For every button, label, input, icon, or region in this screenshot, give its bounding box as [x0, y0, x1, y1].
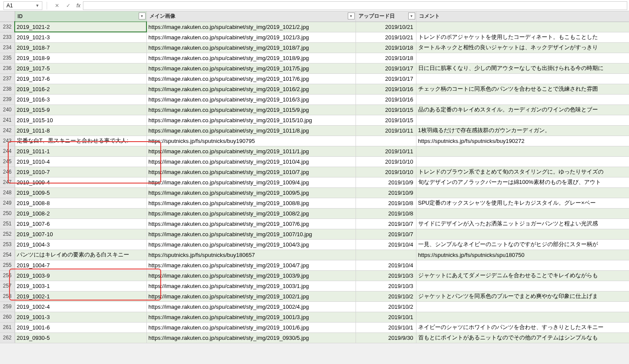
cell-comment[interactable]: 一見、シンプルなネイビーのニットなのですがヒジの部分にスター柄が: [416, 239, 629, 250]
cell-date[interactable]: 2019/10/7: [356, 229, 416, 239]
select-all-corner[interactable]: [0, 11, 15, 22]
row-number[interactable]: 242: [0, 125, 15, 136]
row-number[interactable]: 238: [0, 84, 15, 94]
cell-date[interactable]: 2019/9/30: [356, 332, 416, 343]
cell-id[interactable]: 2019_1001-3: [15, 312, 146, 322]
cell-date[interactable]: 2019/10/8: [356, 198, 416, 208]
cell-comment[interactable]: [416, 146, 629, 156]
row-number[interactable]: 246: [0, 167, 15, 177]
row-number[interactable]: 233: [0, 32, 15, 42]
cell-comment[interactable]: トレンドのボアジャケットを使用したコーディネート。もこもことした: [416, 32, 629, 42]
cell-date[interactable]: 2019/10/3: [356, 270, 416, 281]
cell-comment[interactable]: 首もとにポイントがあるニットなのでその他のアイテムはシンプルなも: [416, 332, 629, 343]
row-number[interactable]: 243: [0, 136, 15, 146]
cell-image[interactable]: https://image.rakuten.co.jp/spu/cabinet/…: [146, 125, 356, 136]
cell-image[interactable]: https://image.rakuten.co.jp/spu/cabinet/…: [146, 22, 356, 32]
cell-comment[interactable]: ネイビーのシャツにホワイトのパンツを合わせ、すっきりとしたスキニー: [416, 322, 629, 332]
cell-id[interactable]: 2019_1016-2: [15, 84, 146, 94]
row-number[interactable]: 250: [0, 208, 15, 218]
cell-date[interactable]: 2019/10/4: [356, 239, 416, 250]
cell-date[interactable]: 2019/10/15: [356, 104, 416, 115]
cell-image[interactable]: https://image.rakuten.co.jp/spu/cabinet/…: [146, 270, 356, 281]
cell-image[interactable]: https://image.rakuten.co.jp/spu/cabinet/…: [146, 146, 356, 156]
cell-date[interactable]: 2019/10/1: [356, 312, 416, 322]
cell-id[interactable]: 2019_1021-2: [15, 22, 146, 32]
column-header-id[interactable]: ID ▼: [15, 11, 146, 22]
cell-id[interactable]: 2019_1015-10: [15, 115, 146, 125]
cell-image[interactable]: https://image.rakuten.co.jp/spu/cabinet/…: [146, 187, 356, 198]
cell-id[interactable]: 2019_1008-2: [15, 208, 146, 218]
cell-date[interactable]: 2019/10/16: [356, 84, 416, 94]
cell-image[interactable]: https://image.rakuten.co.jp/spu/cabinet/…: [146, 322, 356, 332]
cell-id[interactable]: 2019_1010-7: [15, 167, 146, 177]
cell-date[interactable]: 2019/10/11: [356, 146, 416, 156]
cell-date[interactable]: 2019/10/8: [356, 208, 416, 218]
cell-date[interactable]: 2019/10/1: [356, 322, 416, 332]
cell-comment[interactable]: https://sputnicks.jp/fs/sputnicks/buy190…: [416, 136, 629, 146]
cell-id[interactable]: 2019_0930-5: [15, 332, 146, 343]
cell-comment[interactable]: 1枚羽織るだけで存在感抜群のガウンカーディガン。: [416, 125, 629, 136]
cell-id[interactable]: 2019_1021-3: [15, 32, 146, 42]
cell-image[interactable]: https://image.rakuten.co.jp/spu/cabinet/…: [146, 167, 356, 177]
row-number[interactable]: 262: [0, 332, 15, 343]
row-number[interactable]: 249: [0, 198, 15, 208]
cell-date[interactable]: 2019/10/16: [356, 94, 416, 104]
row-number[interactable]: 253: [0, 239, 15, 250]
cell-image[interactable]: https://image.rakuten.co.jp/spu/cabinet/…: [146, 198, 356, 208]
cell-date[interactable]: 2019/10/2: [356, 301, 416, 312]
cell-id[interactable]: パンツにはキレイめの要素のある白スキニー: [15, 250, 146, 260]
cell-date[interactable]: 2019/10/7: [356, 218, 416, 229]
cell-image[interactable]: https://image.rakuten.co.jp/spu/cabinet/…: [146, 208, 356, 218]
cell-comment[interactable]: ジャケットにあえてダメージデニムを合わせることでキレイめながらも: [416, 270, 629, 281]
row-number[interactable]: 257: [0, 281, 15, 291]
cell-id[interactable]: 2019_1003-9: [15, 270, 146, 281]
row-number[interactable]: 259: [0, 301, 15, 312]
cell-date[interactable]: [356, 136, 416, 146]
cell-image[interactable]: https://sputnicks.jp/fs/sputnicks/buy190…: [146, 136, 356, 146]
chevron-down-icon[interactable]: ▼: [35, 3, 39, 8]
cell-id[interactable]: 2019_1010-4: [15, 156, 146, 167]
cell-comment[interactable]: 旬なデザインのアノラックパーカーは綿100%素材のものを選び、アウト: [416, 177, 629, 187]
column-header-date[interactable]: アップロード日 ▼: [356, 11, 416, 22]
column-header-image[interactable]: メイン画像 ▼: [146, 11, 356, 22]
cell-id[interactable]: 2019_1017-5: [15, 63, 146, 73]
row-number[interactable]: 261: [0, 322, 15, 332]
cell-image[interactable]: https://image.rakuten.co.jp/spu/cabinet/…: [146, 84, 356, 94]
cell-date[interactable]: 2019/10/4: [356, 260, 416, 270]
cell-id[interactable]: 2019_1008-8: [15, 198, 146, 208]
row-number[interactable]: 237: [0, 73, 15, 84]
cell-id[interactable]: 2019_1017-6: [15, 73, 146, 84]
cell-id[interactable]: 2019_1007-10: [15, 229, 146, 239]
cell-comment[interactable]: [416, 94, 629, 104]
row-number[interactable]: 252: [0, 229, 15, 239]
cell-comment[interactable]: 日に日に肌寒くなり、少しの間アウターなしでも出掛けられる今の時期に: [416, 63, 629, 73]
cell-image[interactable]: https://image.rakuten.co.jp/spu/cabinet/…: [146, 156, 356, 167]
cell-image[interactable]: https://image.rakuten.co.jp/spu/cabinet/…: [146, 73, 356, 84]
cell-comment[interactable]: [416, 156, 629, 167]
cell-id[interactable]: 2019_1009-5: [15, 187, 146, 198]
row-number[interactable]: 240: [0, 104, 15, 115]
cell-date[interactable]: 2019/10/10: [356, 156, 416, 167]
cell-date[interactable]: 2019/10/9: [356, 187, 416, 198]
cell-image[interactable]: https://image.rakuten.co.jp/spu/cabinet/…: [146, 218, 356, 229]
cell-id[interactable]: 2019_1002-1: [15, 291, 146, 301]
cell-date[interactable]: 2019/10/3: [356, 281, 416, 291]
cell-date[interactable]: 2019/10/17: [356, 63, 416, 73]
filter-icon[interactable]: ▼: [139, 13, 146, 19]
row-number[interactable]: 251: [0, 218, 15, 229]
row-number[interactable]: 244: [0, 146, 15, 156]
cell-image[interactable]: https://sputnicks.jp/fs/sputnicks/buy180…: [146, 250, 356, 260]
cell-comment[interactable]: 品のある定番のキレイめスタイル。カーディガンのワインの色味とブー: [416, 104, 629, 115]
cell-image[interactable]: https://image.rakuten.co.jp/spu/cabinet/…: [146, 281, 356, 291]
cell-comment[interactable]: チェック柄のコートに同系色のパンツを合わせることで洗練された雰囲: [416, 84, 629, 94]
cell-id[interactable]: 2019_1002-4: [15, 301, 146, 312]
cell-id[interactable]: 2019_1003-1: [15, 281, 146, 291]
cell-date[interactable]: 2019/10/21: [356, 22, 416, 32]
cell-comment[interactable]: [416, 22, 629, 32]
cell-comment[interactable]: タートルネックと相性の良いジャケットは、ネックデザインがすっきり: [416, 42, 629, 53]
cell-id[interactable]: 2019_1007-6: [15, 218, 146, 229]
cell-date[interactable]: 2019/10/18: [356, 42, 416, 53]
row-number[interactable]: 248: [0, 187, 15, 198]
cell-image[interactable]: https://image.rakuten.co.jp/spu/cabinet/…: [146, 177, 356, 187]
row-number[interactable]: 232: [0, 22, 15, 32]
